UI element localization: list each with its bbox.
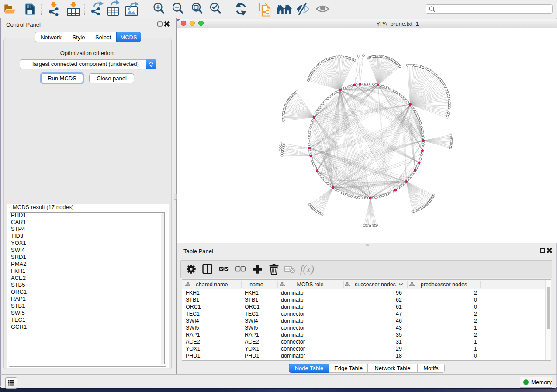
svg-text:predecessor nodes: predecessor nodes — [421, 282, 467, 288]
svg-text:MCDS role: MCDS role — [297, 282, 323, 288]
svg-text:name: name — [249, 282, 263, 288]
svg-text:f(x): f(x) — [300, 264, 314, 275]
svg-text:successor nodes: successor nodes — [355, 282, 396, 288]
svg-text:shared name: shared name — [196, 282, 228, 288]
